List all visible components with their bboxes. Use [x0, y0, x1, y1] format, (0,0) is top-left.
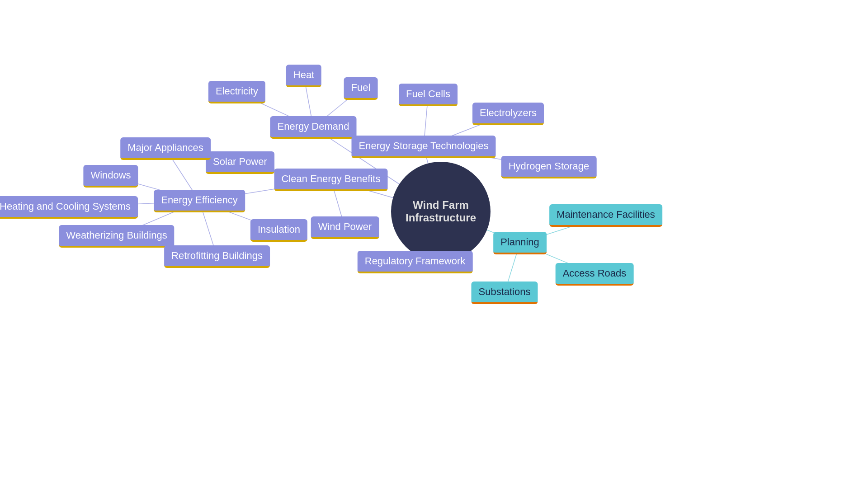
node-center[interactable]: Wind Farm Infrastructure — [391, 162, 491, 261]
node-cleanEnergyBenefits[interactable]: Clean Energy Benefits — [274, 169, 388, 191]
node-planning[interactable]: Planning — [493, 232, 547, 254]
node-weatherizing[interactable]: Weatherizing Buildings — [59, 225, 174, 248]
node-heatingCooling[interactable]: Heating and Cooling Systems — [0, 196, 138, 219]
node-fuelCells[interactable]: Fuel Cells — [399, 84, 458, 106]
node-windPower[interactable]: Wind Power — [311, 216, 379, 239]
node-accessRoads[interactable]: Access Roads — [556, 263, 634, 286]
node-energyEfficiency[interactable]: Energy Efficiency — [154, 190, 245, 212]
node-electrolyzers[interactable]: Electrolyzers — [472, 103, 544, 125]
node-maintenanceFacilities[interactable]: Maintenance Facilities — [549, 204, 662, 227]
node-solarPower[interactable]: Solar Power — [206, 151, 274, 174]
node-regulatoryFramework[interactable]: Regulatory Framework — [358, 251, 473, 273]
node-majorAppliances[interactable]: Major Appliances — [120, 137, 211, 160]
node-retrofitting[interactable]: Retrofitting Buildings — [164, 245, 270, 268]
node-energyStorage[interactable]: Energy Storage Technologies — [351, 136, 495, 158]
node-energyDemand[interactable]: Energy Demand — [270, 116, 357, 139]
node-substations[interactable]: Substations — [472, 282, 538, 304]
mind-map-canvas: Wind Farm InfrastructureEnergy DemandHea… — [0, 0, 868, 488]
node-electricity[interactable]: Electricity — [208, 81, 265, 103]
node-hydrogenStorage[interactable]: Hydrogen Storage — [501, 156, 597, 178]
node-heat[interactable]: Heat — [286, 65, 321, 87]
node-insulation[interactable]: Insulation — [250, 219, 307, 242]
node-windows[interactable]: Windows — [83, 165, 138, 188]
node-fuel[interactable]: Fuel — [344, 77, 378, 100]
